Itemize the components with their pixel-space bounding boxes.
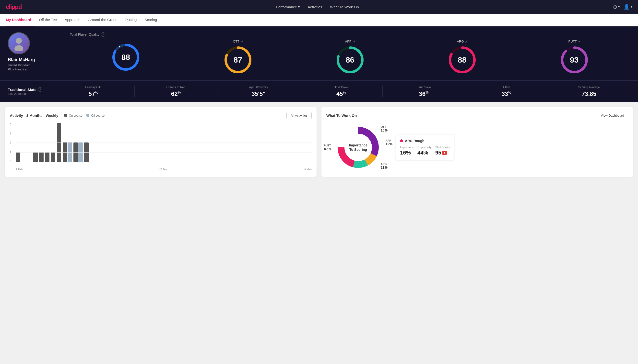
metric-importance: Importance 16%	[400, 146, 413, 156]
stat-value: 73.85	[552, 90, 626, 97]
user-menu-button[interactable]: 👤 ▾	[623, 4, 632, 10]
off-course-legend: Off course	[86, 114, 105, 117]
grid-line	[16, 142, 312, 143]
stats-label-group: Traditional Stats ? Last 20 rounds	[8, 87, 52, 96]
stat-name: Fairways Hit	[56, 86, 130, 89]
stat-name: Greens In Reg	[139, 86, 213, 89]
stat-value: 35'5"	[221, 90, 296, 97]
detail-card-title: ARG Rough	[400, 139, 450, 143]
trend-up-icon: ↗	[353, 40, 355, 43]
stat-one-putt: 1 Putt 33%	[465, 86, 547, 97]
metric-opportunity: Opportunity 44%	[417, 146, 431, 156]
stat-name: 1 Putt	[469, 86, 543, 89]
stat-scoring-average: Scoring Average 73.85	[548, 86, 630, 97]
stat-up-and-down: Up & Down 45%	[300, 86, 382, 97]
stats-section: Traditional Stats ? Last 20 rounds Fairw…	[0, 80, 638, 102]
gauge-putt-value: 93	[570, 56, 579, 64]
chart-x-labels: 7 Feb 28 Mar 9 May	[10, 168, 312, 171]
player-handicap: Plus Handicap	[8, 68, 28, 71]
tab-around-the-green[interactable]: Around the Green	[84, 14, 121, 26]
gauge-app-label: APP ↗	[345, 40, 355, 43]
gauge-putt-label: PUTT ↗	[568, 40, 580, 43]
help-icon[interactable]: ?	[101, 32, 105, 37]
metric-shot-quality: Shot Quality 95 ▼	[435, 146, 450, 156]
stat-app-proximity: App. Proximity 35'5"	[217, 86, 300, 97]
chevron-down-icon: ▾	[298, 5, 300, 9]
donut-chart: Importance To Scoring	[334, 123, 383, 172]
metric-label: Shot Quality	[435, 146, 450, 149]
bottom-panels: Activity - 3 Months - Weekly On course O…	[0, 102, 638, 182]
nav-activities[interactable]: Activities	[308, 5, 322, 9]
detail-dot	[400, 139, 403, 142]
nav-links: Performance ▾ Activities What To Work On	[276, 5, 359, 9]
gauge-total: 88	[70, 42, 182, 72]
activity-panel-title: Activity - 3 Months - Weekly	[10, 114, 58, 118]
stat-value: 36%	[386, 90, 461, 97]
gauge-arg: ARG ↗ 88	[406, 40, 518, 74]
gauge-app-wrapper: 86	[335, 45, 365, 74]
grid-line	[16, 133, 312, 133]
grid-line	[16, 123, 312, 123]
chevron-down-icon: ▾	[618, 5, 620, 8]
add-button[interactable]: ⊕ ▾	[613, 4, 620, 10]
what-to-work-on-panel: What To Work On View Dashboard PUTT 57% …	[321, 107, 633, 177]
player-country: United Kingdom	[8, 63, 31, 67]
what-panel-title: What To Work On	[326, 114, 357, 118]
sub-nav: My Dashboard Off the Tee Approach Around…	[0, 14, 638, 26]
gauge-ott: OTT ↗ 87	[182, 40, 294, 74]
stat-name: App. Proximity	[221, 86, 296, 89]
donut-center-text: Importance To Scoring	[349, 143, 367, 152]
chart-legend: On course Off course	[64, 114, 105, 117]
activity-chart-panel: Activity - 3 Months - Weekly On course O…	[5, 107, 317, 177]
total-quality-label: Total Player Quality ?	[70, 32, 630, 37]
top-nav: clippd Performance ▾ Activities What To …	[0, 0, 638, 14]
tab-off-the-tee[interactable]: Off the Tee	[35, 14, 61, 26]
metric-label: Importance	[400, 146, 413, 149]
hero-section: Blair McHarg United Kingdom Plus Handica…	[0, 26, 638, 80]
chart-y-labels: 4 3 2 1 0	[10, 123, 11, 162]
avatar	[8, 32, 30, 54]
stat-value: 45%	[304, 90, 378, 97]
metric-label: Opportunity	[417, 146, 431, 149]
stat-value: 33%	[469, 90, 543, 97]
stats-subtitle: Last 20 rounds	[8, 92, 52, 96]
nav-what-to-work-on[interactable]: What To Work On	[330, 5, 359, 9]
detail-metrics: Importance 16% Opportunity 44% Shot Qual…	[400, 146, 450, 156]
donut-section: PUTT 57% OTT 10% APP 12% ARG 21%	[326, 123, 628, 172]
tab-putting[interactable]: Putting	[121, 14, 141, 26]
stat-greens-in-reg: Greens In Reg 62%	[134, 86, 217, 97]
off-course-dot	[86, 114, 89, 116]
stat-name: Sand Save	[386, 86, 461, 89]
gauge-app-value: 86	[346, 56, 354, 64]
player-name: Blair McHarg	[8, 57, 35, 62]
view-dashboard-button[interactable]: View Dashboard	[597, 112, 628, 119]
gauge-app: APP ↗ 86	[294, 40, 406, 74]
gauge-arg-wrapper: 88	[448, 45, 477, 74]
tab-approach[interactable]: Approach	[61, 14, 84, 26]
user-icon: 👤	[623, 4, 630, 10]
metric-value: 44%	[417, 150, 431, 156]
gauge-ott-value: 87	[234, 56, 242, 64]
trend-up-icon: ↗	[577, 40, 580, 43]
metric-value: 16%	[400, 150, 413, 156]
down-badge: ▼	[442, 151, 447, 155]
scores-section: Total Player Quality ? 88 OTT	[70, 32, 630, 74]
tab-my-dashboard[interactable]: My Dashboard	[6, 14, 35, 26]
trend-up-icon: ↗	[241, 40, 243, 43]
help-icon[interactable]: ?	[38, 87, 42, 92]
all-activities-button[interactable]: All Activities	[286, 112, 312, 119]
grid-line	[16, 162, 312, 162]
stat-sand-save: Sand Save 36%	[382, 86, 465, 97]
stat-fairways-hit: Fairways Hit 57%	[52, 86, 134, 97]
metric-value: 95 ▼	[435, 150, 450, 156]
bar-chart: 4 3 2 1 0 7 Feb 28 Mar 9 May	[10, 123, 312, 172]
gauge-putt-wrapper: 93	[560, 45, 589, 74]
stats-title: Traditional Stats ?	[8, 87, 52, 92]
stat-name: Up & Down	[304, 86, 378, 89]
brand-logo[interactable]: clippd	[6, 4, 22, 10]
gauge-total-value: 88	[121, 52, 130, 62]
on-course-dot	[64, 114, 67, 116]
nav-performance[interactable]: Performance ▾	[276, 5, 300, 9]
on-course-legend: On course	[64, 114, 83, 117]
tab-scoring[interactable]: Scoring	[140, 14, 161, 26]
